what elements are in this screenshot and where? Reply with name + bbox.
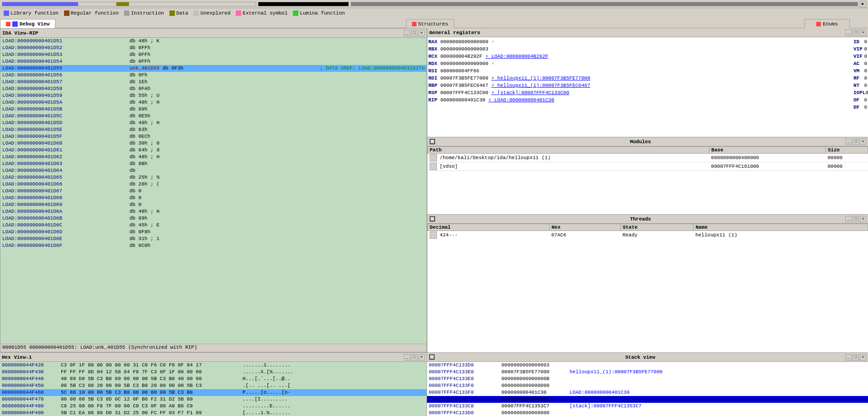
ida-code-line[interactable]: LOAD:000000000401D62 db 48h ; H (0, 154, 427, 160)
ida-code-line[interactable]: LOAD:000000000401D64 db (0, 167, 427, 174)
tab-close-enums[interactable] (816, 22, 821, 26)
tab-enums[interactable]: Enums (804, 19, 850, 28)
ida-code-line[interactable]: LOAD:000000000401D60 db 30h ; 0 (0, 140, 427, 147)
hex-bytes: C3 0F 1F 80 00 00 00 00 31 C0 F6 C6 F0 0… (61, 362, 243, 369)
stack-link[interactable]: [stack]:00007FFF4C1353C7 (570, 403, 641, 410)
reg-link[interactable]: ⚡ [stack]:00007FFF4C133C00 (491, 90, 570, 95)
ida-code-line[interactable]: LOAD:000000000401D5B db 89h (0, 106, 427, 113)
thread-row[interactable]: 424···67AC6Readyhelloupx11 (1) (428, 231, 868, 240)
ida-btn-restore[interactable]: □ (411, 30, 417, 36)
hex-line[interactable]: 0000000044F480 C8 25 00 00 F8 7F 00 00 C… (0, 403, 427, 410)
stack-link[interactable]: helloupx11_(1):00007F3B5FE77000 (570, 369, 663, 376)
modules-content[interactable]: Path Base Size /home/kali/Desktop/ida/he… (427, 146, 868, 214)
stack-line[interactable]: 00007FFF4C133D8 0000000000000003 (427, 362, 868, 369)
hex-content[interactable]: 0000000044F420 C3 0F 1F 80 00 00 00 00 3… (0, 362, 427, 416)
tab-debug-view[interactable]: Debug View (0, 19, 55, 28)
reg-link[interactable]: ⚡ helloupx11_(1):00007F3B5FEC6467 (491, 83, 590, 88)
ida-code-line[interactable]: LOAD:000000000401D65 db 25h ; % (0, 174, 427, 181)
ida-code-line[interactable]: LOAD:000000000401D56 db 0Fh (0, 72, 427, 79)
ida-code-line[interactable]: LOAD:000000000401D6F db 0C0h (0, 242, 427, 249)
tab-structures[interactable]: Structures (406, 19, 454, 28)
ida-code-line[interactable]: LOAD:000000000401D5D db 48h ; H (0, 120, 427, 126)
ida-code-line[interactable]: LOAD:000000000401D6A db 48h ; H (0, 208, 427, 215)
hex-line[interactable]: 0000000044F460 5C 88 10 00 00 5B C3 B8 0… (0, 389, 427, 396)
stack-line[interactable]: 00007FFF4C133F8 000000000401C30 LOAD:000… (427, 389, 868, 396)
reg-link[interactable]: ⚡ LOAD:000000004B292F (485, 54, 548, 59)
ida-code-line[interactable]: LOAD:000000000401D54 db 0FFh (0, 58, 427, 65)
stack-content[interactable]: 00007FFF4C133D8 0000000000000003 00007FF… (427, 362, 868, 416)
tab-close-structures[interactable] (412, 22, 417, 26)
hex-btn-restore[interactable]: □ (411, 354, 417, 361)
ida-code-line[interactable]: LOAD:000000000401D5F db 0ECh (0, 133, 427, 140)
stack-line[interactable]: 00007FFF4C133E0 00007F3B5FE77000 helloup… (427, 369, 868, 376)
reg-btn-restore[interactable]: □ (853, 30, 859, 36)
stack-line[interactable]: 00007FFF4C133C0 0000000000000001 (427, 396, 868, 403)
stack-btn-minimize[interactable]: _ (845, 354, 852, 361)
mod-btn-close[interactable]: × (860, 139, 866, 145)
ida-code-line[interactable]: LOAD:000000000401D5C db 0E5h (0, 113, 427, 120)
hex-addr: 0000000044F450 (2, 382, 61, 389)
ida-code-line[interactable]: LOAD:000000000401D53 db 0FFh (0, 51, 427, 58)
ida-code-line[interactable]: LOAD:000000000401D6E db 31h ; 1 (0, 236, 427, 242)
scroll-btn[interactable]: ▶ (860, 1, 866, 7)
hex-line[interactable]: 0000000044F450 08 5B C3 88 20 00 00 5B C… (0, 382, 427, 389)
ida-code-line[interactable]: LOAD:000000000401D6B db 89h (0, 215, 427, 222)
hex-btn-close[interactable]: × (418, 354, 425, 361)
hex-line[interactable]: 0000000044F430 FF FF FF 8D 04 12 58 84 F… (0, 369, 427, 376)
stack-line[interactable]: 00007FFF4C133F0 0000000000000000 (427, 382, 868, 389)
thr-btn-restore[interactable]: □ (853, 216, 859, 222)
stack-line[interactable]: 00007FFF4C133D0 0000000000000000 (427, 410, 868, 416)
hex-btn-minimize[interactable]: _ (404, 354, 410, 361)
stack-btn-close[interactable]: × (860, 354, 866, 361)
stack-line[interactable]: 00007FFF4C133C8 00007FFF4C1353C7 [stack]… (427, 403, 868, 410)
reg-btn-close[interactable]: × (860, 30, 866, 36)
hex-ascii: P.....[o.....[o· (243, 389, 291, 396)
ida-code-line[interactable]: LOAD:000000000401D5E db 83h (0, 126, 427, 133)
ida-code-line[interactable]: LOAD:000000000401D5A db 48h ; H (0, 99, 427, 106)
ida-code-line[interactable]: LOAD:000000000401D58 db 0FAh (0, 85, 427, 92)
ida-code-line[interactable]: LOAD:000000000401D6C db 45h ; E (0, 222, 427, 229)
reg-list: RAX 0000000000000000 ⚡RBX 00000000000000… (428, 38, 852, 136)
ida-code-line[interactable]: LOAD:000000000401D55 unk_401D55 db 0F3h … (0, 65, 427, 72)
module-row[interactable]: /home/kali/Desktop/ida/helloupx11 (1)000… (428, 154, 868, 162)
stack-btn-restore[interactable]: □ (853, 354, 859, 361)
stack-line[interactable]: 00007FFF4C133E8 000000000000000B (427, 376, 868, 382)
ida-code-line[interactable]: LOAD:000000000401D66 db 28h ; ( (0, 181, 427, 188)
tab-structures-label: Structures (418, 21, 448, 27)
ida-code-line[interactable]: LOAD:000000000401D61 db 64h ; d (0, 147, 427, 154)
ida-btn-minimize[interactable]: _ (404, 30, 410, 36)
tab-close-debug[interactable] (6, 22, 10, 26)
mod-btn-restore[interactable]: □ (853, 139, 859, 145)
reg-btn-minimize[interactable]: _ (845, 30, 852, 36)
stack-link[interactable]: LOAD:000000000401C30 (570, 389, 630, 396)
threads-content[interactable]: Decimal Hex State Name 424···67AC6Readyh… (427, 224, 868, 239)
stack-addr: 00007FFF4C133F8 (429, 389, 501, 396)
ida-code-line[interactable]: LOAD:000000000401D51 db 48h ; K (0, 38, 427, 45)
hex-line[interactable]: 0000000044F440 48 89 D0 5B C3 B8 60 00 0… (0, 376, 427, 382)
ida-code-line[interactable]: LOAD:000000000401D52 db 0FFh (0, 45, 427, 51)
ida-code-line[interactable]: LOAD:000000000401D59 db 55h ; U (0, 92, 427, 99)
ida-code-line[interactable]: LOAD:000000000401D69 db 0 (0, 201, 427, 208)
module-row[interactable]: [vdso]00007FFF4C16100000000 (428, 162, 868, 171)
reg-link[interactable]: ⚡ LOAD:000000000401C30 (488, 97, 554, 103)
ida-content-text: db 0Fh (129, 72, 425, 79)
ida-code-line[interactable]: LOAD:000000000401D57 db 1Eh (0, 79, 427, 85)
hex-addr: 0000000044F480 (2, 403, 61, 410)
hex-line[interactable]: 0000000044F420 C3 0F 1F 80 00 00 00 00 3… (0, 362, 427, 369)
ida-content[interactable]: LOAD:000000000401D51 db 48h ; KLOAD:0000… (0, 38, 427, 344)
thr-btn-close[interactable]: × (860, 216, 866, 222)
reg-link[interactable]: ⚡ helloupx11_(1):00007F3B5FE77000 (491, 75, 590, 81)
registers-content[interactable]: RAX 0000000000000000 ⚡RBX 00000000000000… (427, 37, 868, 137)
hex-line[interactable]: 0000000044F490 5B C1 EA 06 89 D0 31 D2 2… (0, 410, 427, 416)
ida-code-line[interactable]: LOAD:000000000401D63 db 8Bh (0, 160, 427, 167)
stack-addr: 00007FFF4C133E0 (429, 369, 501, 376)
ida-btn-close[interactable]: × (418, 30, 425, 36)
hex-addr: 0000000044F430 (2, 369, 61, 376)
thr-btn-minimize[interactable]: _ (845, 216, 852, 222)
ida-code-line[interactable]: LOAD:000000000401D68 db 0 (0, 195, 427, 201)
mod-btn-minimize[interactable]: _ (845, 139, 852, 145)
ida-code-line[interactable]: LOAD:000000000401D6D db 0F8h (0, 229, 427, 236)
ida-code-line[interactable]: LOAD:000000000401D67 db 0 (0, 188, 427, 195)
thread-name: helloupx11 (1) (694, 231, 868, 240)
hex-line[interactable]: 0000000044F470 80 00 00 5B C3 8D 0C 12 0… (0, 396, 427, 403)
